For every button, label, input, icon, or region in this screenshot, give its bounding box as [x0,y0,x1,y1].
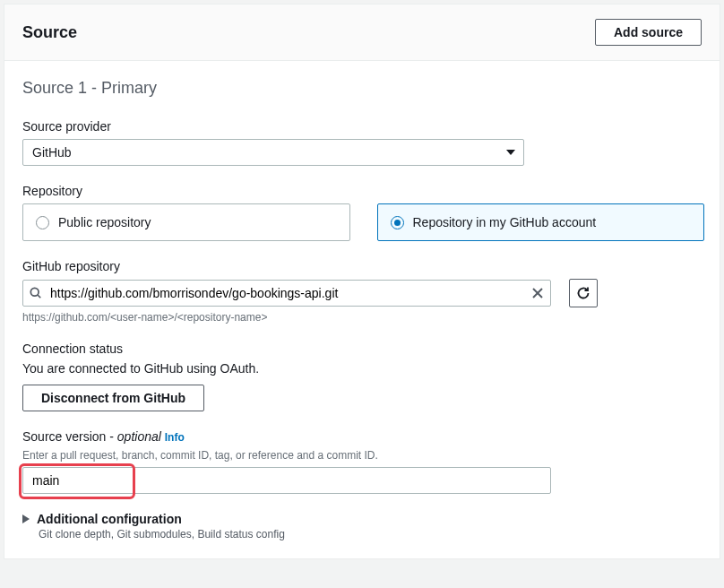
connection-status-field: Connection status You are connected to G… [22,342,702,411]
panel-header: Source Add source [4,4,720,61]
radio-my-account-repository[interactable]: Repository in my GitHub account [377,203,705,241]
additional-configuration-toggle[interactable]: Additional configuration [22,512,702,526]
radio-label: Repository in my GitHub account [413,215,597,229]
source-version-input[interactable] [22,467,551,494]
disconnect-button[interactable]: Disconnect from GitHub [22,385,204,411]
source-panel: Source Add source Source 1 - Primary Sou… [4,4,720,559]
radio-icon [391,216,404,229]
source-version-field: Source version - optional Info Enter a p… [22,429,702,494]
radio-public-repository[interactable]: Public repository [22,203,350,241]
additional-configuration-label: Additional configuration [37,512,182,526]
source-provider-select[interactable]: GitHub [22,139,524,166]
radio-label: Public repository [58,215,151,229]
source-version-label: Source version - optional Info [22,429,702,444]
source-version-hint: Enter a pull request, branch, commit ID,… [22,449,702,462]
github-repository-input[interactable] [22,280,551,307]
repository-label: Repository [22,184,702,198]
github-repository-field: GitHub repository [22,259,702,324]
panel-title: Source [22,23,77,42]
search-icon [30,287,42,299]
github-repository-label: GitHub repository [22,259,702,273]
svg-line-1 [38,295,41,298]
info-link[interactable]: Info [165,431,185,444]
add-source-button[interactable]: Add source [595,19,702,46]
repository-field: Repository Public repository Repository … [22,184,702,241]
caret-right-icon [22,514,30,523]
radio-icon [36,216,49,229]
connection-status-label: Connection status [22,342,702,356]
source-provider-label: Source provider [22,119,702,134]
source-provider-field: Source provider GitHub [22,119,702,166]
additional-configuration: Additional configuration Git clone depth… [22,512,702,540]
github-repo-hint: https://github.com/<user-name>/<reposito… [22,311,702,324]
refresh-button[interactable] [569,279,598,307]
source-section-heading: Source 1 - Primary [22,79,702,98]
panel-body: Source 1 - Primary Source provider GitHu… [4,61,720,558]
additional-configuration-sub: Git clone depth, Git submodules, Build s… [39,528,702,540]
connection-status-text: You are connected to GitHub using OAuth. [22,361,702,376]
clear-icon[interactable] [531,287,544,299]
